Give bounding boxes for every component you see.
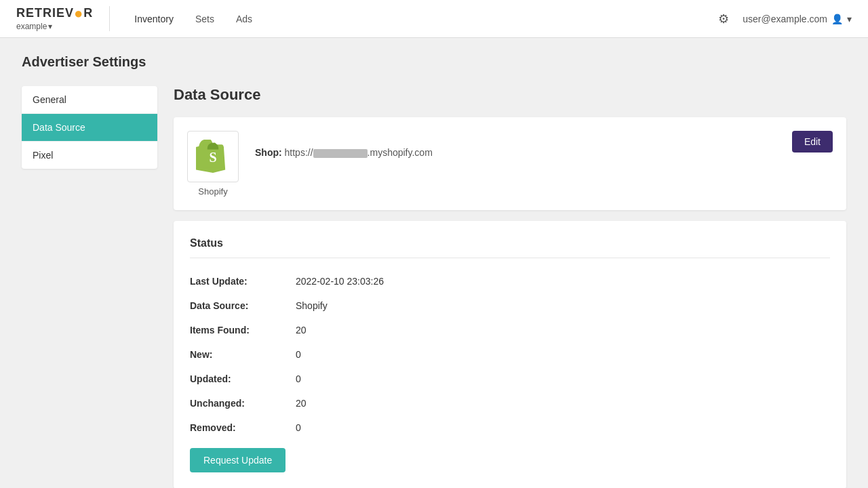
status-row-last-update: Last Update: 2022-02-10 23:03:26 <box>190 269 830 293</box>
status-row-items-found: Items Found: 20 <box>190 318 830 342</box>
status-row-new: New: 0 <box>190 342 830 367</box>
logo-area: RETRIEV●R example ▾ <box>16 6 110 30</box>
status-value-removed: 0 <box>296 422 301 433</box>
nav-item-inventory[interactable]: Inventory <box>126 9 182 28</box>
content-layout: General Data Source Pixel Data Source <box>22 86 846 488</box>
sidebar: General Data Source Pixel <box>22 86 157 169</box>
request-update-button[interactable]: Request Update <box>190 448 285 472</box>
shopify-logo-box: S <box>187 131 239 182</box>
datasource-card: S Shopify Shop: https://.myshopify.com E… <box>174 117 846 210</box>
header-right: ⚙ user@example.com 👤 ▾ <box>715 9 852 29</box>
status-value-last-update: 2022-02-10 23:03:26 <box>296 276 384 287</box>
account-selector[interactable]: example ▾ <box>16 22 93 31</box>
datasource-info: Shop: https://.myshopify.com <box>255 131 833 158</box>
chevron-down-icon: ▾ <box>48 22 52 31</box>
status-value-items-found: 20 <box>296 325 307 336</box>
user-icon: 👤 <box>831 14 843 24</box>
status-value-data-source: Shopify <box>296 300 328 311</box>
status-row-updated: Updated: 0 <box>190 367 830 391</box>
nav-item-sets[interactable]: Sets <box>187 9 222 28</box>
status-label-new: New: <box>190 349 285 360</box>
status-value-new: 0 <box>296 349 301 360</box>
svg-text:S: S <box>209 150 216 165</box>
shopify-logo-area: S Shopify <box>187 131 239 197</box>
user-menu[interactable]: user@example.com 👤 ▾ <box>743 14 852 24</box>
status-label-data-source: Data Source: <box>190 300 285 311</box>
sidebar-item-pixel[interactable]: Pixel <box>22 142 157 169</box>
shop-url: Shop: https://.myshopify.com <box>255 147 433 158</box>
header: RETRIEV●R example ▾ Inventory Sets Ads ⚙… <box>0 0 868 38</box>
shop-url-text: https://.myshopify.com <box>285 147 433 158</box>
settings-button[interactable]: ⚙ <box>715 9 732 29</box>
nav-item-ads[interactable]: Ads <box>228 9 260 28</box>
edit-button[interactable]: Edit <box>792 131 833 152</box>
account-name: example <box>16 22 47 31</box>
status-label-removed: Removed: <box>190 422 285 433</box>
status-label-items-found: Items Found: <box>190 325 285 336</box>
status-value-unchanged: 20 <box>296 398 307 409</box>
page-title: Advertiser Settings <box>22 54 846 70</box>
status-label-unchanged: Unchanged: <box>190 398 285 409</box>
status-row-unchanged: Unchanged: 20 <box>190 391 830 415</box>
sidebar-item-general[interactable]: General <box>22 86 157 114</box>
status-card: Status Last Update: 2022-02-10 23:03:26 … <box>174 221 846 488</box>
page-container: Advertiser Settings General Data Source … <box>0 38 868 488</box>
section-title: Data Source <box>174 86 846 104</box>
shopify-label: Shopify <box>198 186 227 197</box>
status-label-last-update: Last Update: <box>190 276 285 287</box>
main-content: Data Source S Shopify <box>174 86 846 488</box>
shop-label: Shop: <box>255 147 282 158</box>
sidebar-item-data-source[interactable]: Data Source <box>22 114 157 142</box>
status-label-updated: Updated: <box>190 373 285 384</box>
status-row-removed: Removed: 0 <box>190 415 830 440</box>
status-row-data-source: Data Source: Shopify <box>190 293 830 318</box>
gear-icon: ⚙ <box>718 12 729 26</box>
shopify-icon: S <box>196 140 230 174</box>
status-value-updated: 0 <box>296 373 301 384</box>
logo: RETRIEV●R <box>16 6 93 21</box>
user-email: user@example.com <box>743 14 827 24</box>
main-nav: Inventory Sets Ads <box>126 9 715 28</box>
redacted-domain <box>313 149 368 158</box>
status-title: Status <box>190 237 830 258</box>
user-dropdown-icon: ▾ <box>847 14 852 24</box>
